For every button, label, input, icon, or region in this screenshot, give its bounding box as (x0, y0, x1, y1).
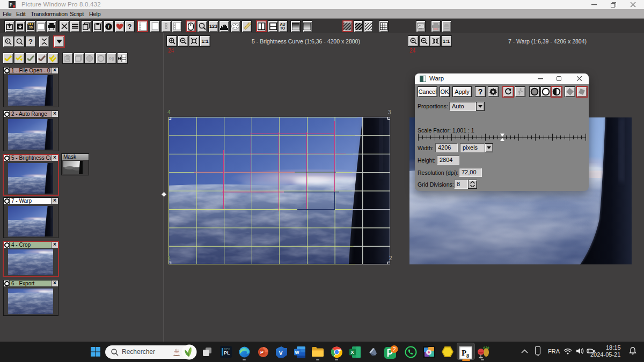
svg-text:EXPO: EXPO (224, 348, 230, 350)
svg-text:SD: SD (28, 26, 33, 29)
svg-text:X: X (350, 349, 354, 354)
svg-text:P: P (260, 349, 264, 354)
svg-text:W: W (295, 349, 299, 354)
svg-text:V: V (279, 349, 283, 356)
svg-text:P: P (10, 2, 12, 8)
svg-text:8: 8 (466, 353, 469, 359)
svg-text:2: 2 (393, 346, 396, 352)
svg-text:P: P (462, 349, 466, 357)
svg-text:PL: PL (224, 350, 230, 356)
